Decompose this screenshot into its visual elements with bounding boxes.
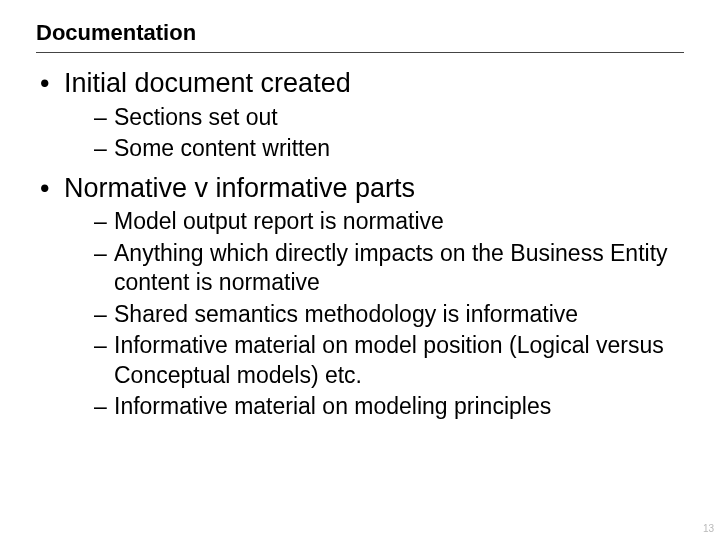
sub-list: Model output report is normative Anythin… — [64, 207, 684, 421]
list-item: Informative material on modeling princip… — [94, 392, 684, 421]
list-item-text: Normative v informative parts — [64, 173, 415, 203]
list-item-text: Some content written — [114, 135, 330, 161]
slide: Documentation Initial document created S… — [0, 0, 720, 540]
list-item: Initial document created Sections set ou… — [36, 67, 684, 164]
list-item: Normative v informative parts Model outp… — [36, 172, 684, 422]
list-item-text: Model output report is normative — [114, 208, 444, 234]
list-item: Model output report is normative — [94, 207, 684, 236]
list-item-text: Anything which directly impacts on the B… — [114, 240, 668, 295]
sub-list: Sections set out Some content written — [64, 103, 684, 164]
list-item-text: Informative material on model position (… — [114, 332, 664, 387]
list-item-text: Shared semantics methodology is informat… — [114, 301, 578, 327]
list-item-text: Informative material on modeling princip… — [114, 393, 551, 419]
list-item-text: Initial document created — [64, 68, 351, 98]
list-item: Shared semantics methodology is informat… — [94, 300, 684, 329]
list-item: Some content written — [94, 134, 684, 163]
list-item: Anything which directly impacts on the B… — [94, 239, 684, 298]
list-item: Sections set out — [94, 103, 684, 132]
list-item: Informative material on model position (… — [94, 331, 684, 390]
bullet-list: Initial document created Sections set ou… — [36, 67, 684, 421]
list-item-text: Sections set out — [114, 104, 278, 130]
slide-title: Documentation — [36, 20, 684, 53]
page-number: 13 — [703, 523, 714, 534]
